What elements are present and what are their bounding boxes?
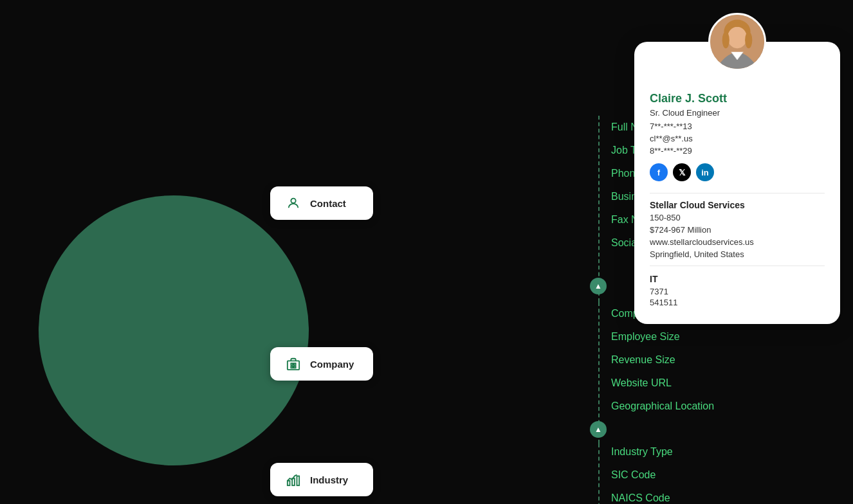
svg-rect-7	[288, 481, 290, 485]
industry-icon	[283, 469, 304, 490]
contact-tag-label: Contact	[310, 198, 346, 209]
dashed-line-industry	[598, 444, 600, 504]
location-value: Springfield, United States	[650, 249, 825, 259]
profile-email: cl**@s**.us	[650, 134, 825, 143]
profile-fax: 8**-***-**29	[650, 146, 825, 156]
svg-point-0	[291, 199, 295, 203]
field-naics-code: NAICS Code	[611, 487, 673, 504]
linkedin-icon[interactable]: in	[696, 163, 714, 181]
svg-rect-6	[294, 366, 296, 368]
dashed-line-contact	[598, 116, 600, 302]
profile-job: Sr. Cloud Engineer	[650, 108, 825, 118]
industry-tag[interactable]: Industry	[270, 463, 373, 496]
svg-point-12	[728, 27, 747, 49]
svg-rect-9	[297, 476, 300, 486]
divider-2	[650, 266, 825, 266]
industry-tag-label: Industry	[310, 474, 348, 485]
svg-rect-4	[294, 363, 296, 365]
svg-point-13	[722, 32, 729, 48]
website-value: www.stellarcloudservices.us	[650, 237, 825, 247]
field-employee-size: Employee Size	[611, 325, 714, 348]
profile-phone: 7**-***-**13	[650, 122, 825, 131]
field-revenue-size: Revenue Size	[611, 348, 714, 372]
field-industry-type: Industry Type	[611, 440, 673, 464]
contact-icon	[283, 193, 304, 213]
field-geo-location: Geographical Location	[611, 395, 714, 418]
revenue-value: $724-967 Million	[650, 225, 825, 235]
facebook-icon[interactable]: f	[650, 163, 668, 181]
industry-fields: Industry Type SIC Code NAICS Code	[611, 440, 673, 504]
company-tag[interactable]: Company	[270, 347, 373, 381]
sic-code-value: 7371	[650, 287, 825, 296]
svg-point-14	[745, 32, 752, 48]
arrow-company	[590, 421, 607, 438]
svg-rect-3	[291, 363, 293, 365]
social-icons: f 𝕏 in	[650, 163, 825, 181]
company-name-value: Stellar Cloud Services	[650, 200, 825, 210]
field-website-url: Website URL	[611, 372, 714, 395]
divider-1	[650, 193, 825, 194]
industry-value: IT	[650, 274, 825, 284]
avatar	[708, 13, 766, 71]
profile-card: Claire J. Scott Sr. Cloud Engineer 7**-*…	[634, 42, 840, 324]
arrow-contact	[590, 278, 607, 294]
contact-tag[interactable]: Contact	[270, 186, 373, 220]
twitter-icon[interactable]: 𝕏	[673, 163, 691, 181]
naics-code-value: 541511	[650, 298, 825, 307]
background-circle	[39, 195, 309, 465]
company-tag-label: Company	[310, 359, 354, 370]
svg-rect-5	[291, 366, 293, 368]
profile-name: Claire J. Scott	[650, 92, 825, 105]
field-sic-code: SIC Code	[611, 464, 673, 487]
employee-size-value: 150-850	[650, 213, 825, 222]
company-icon	[283, 354, 304, 374]
